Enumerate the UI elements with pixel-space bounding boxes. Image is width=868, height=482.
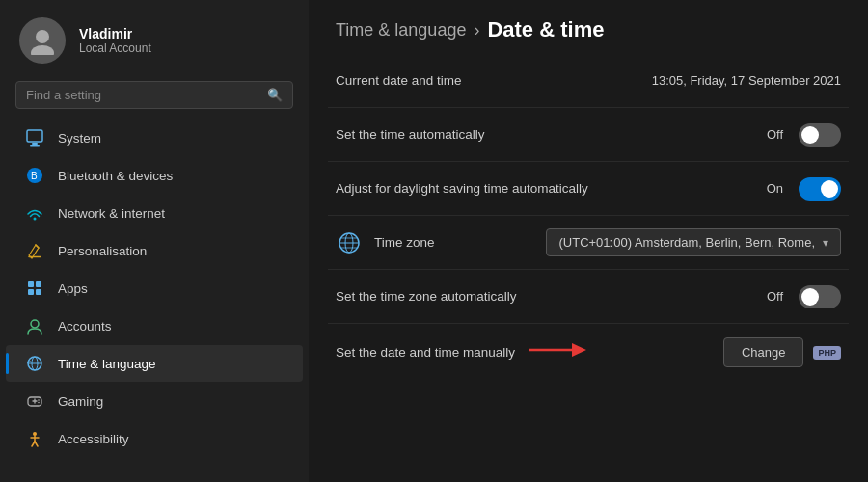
svg-text:B: B [31, 171, 38, 181]
php-badge: PHP [813, 346, 841, 360]
sidebar-item-network[interactable]: Network & internet [6, 195, 303, 231]
svg-rect-2 [27, 130, 42, 142]
svg-point-21 [38, 402, 40, 404]
set-time-auto-toggle-label: Off [767, 127, 783, 142]
set-time-auto-row: Set the time automatically Off [328, 108, 849, 162]
svg-point-13 [31, 320, 39, 328]
sidebar-item-time-language[interactable]: Time & language [6, 345, 303, 382]
timezone-icon [336, 229, 363, 256]
settings-content: Current date and time 13:05, Friday, 17 … [309, 54, 868, 482]
apps-icon [25, 279, 44, 298]
sidebar-item-label-personalisation: Personalisation [58, 244, 147, 258]
svg-line-26 [35, 442, 38, 446]
set-timezone-auto-toggle[interactable] [799, 285, 841, 308]
breadcrumb-parent: Time & language [336, 20, 466, 40]
sidebar-item-accounts[interactable]: Accounts [6, 308, 303, 344]
sidebar-item-accessibility[interactable]: Accessibility [6, 420, 303, 457]
change-button-group: Change PHP [723, 337, 841, 367]
set-timezone-auto-toggle-group: Off [767, 285, 841, 308]
svg-rect-4 [30, 145, 40, 147]
current-date-time-value: 13:05, Friday, 17 September 2021 [652, 73, 841, 88]
timezone-value: (UTC+01:00) Amsterdam, Berlin, Bern, Rom… [558, 235, 815, 250]
svg-rect-9 [28, 281, 34, 287]
sidebar-item-label-apps: Apps [58, 281, 88, 296]
breadcrumb-current: Date & time [487, 17, 604, 42]
search-input[interactable] [26, 88, 259, 102]
network-icon [25, 203, 44, 223]
chevron-down-icon: ▾ [823, 236, 828, 250]
timezone-label: Time zone [374, 235, 435, 250]
sidebar-item-bluetooth[interactable]: B Bluetooth & devices [6, 157, 303, 194]
timezone-dropdown[interactable]: (UTC+01:00) Amsterdam, Berlin, Bern, Rom… [546, 228, 841, 256]
set-time-auto-toggle-group: Off [767, 123, 841, 147]
system-icon [25, 128, 44, 147]
svg-rect-3 [32, 143, 38, 145]
user-section: Vladimir Local Account [0, 0, 309, 77]
timezone-row: Time zone (UTC+01:00) Amsterdam, Berlin,… [328, 216, 849, 270]
daylight-saving-toggle-group: On [767, 177, 841, 201]
set-time-auto-toggle[interactable] [799, 123, 841, 147]
breadcrumb-separator: › [474, 20, 479, 40]
sidebar-item-label-bluetooth: Bluetooth & devices [58, 169, 173, 183]
set-timezone-auto-row: Set the time zone automatically Off [328, 270, 849, 324]
toggle-knob-on [821, 180, 838, 198]
current-date-time-label: Current date and time [336, 73, 462, 88]
daylight-saving-toggle-label: On [767, 181, 783, 196]
current-date-time-row: Current date and time 13:05, Friday, 17 … [328, 54, 849, 108]
svg-point-1 [31, 45, 54, 55]
personalisation-icon [25, 241, 44, 260]
svg-marker-33 [572, 343, 586, 357]
manual-date-time-row: Set the date and time manually Change PH… [328, 324, 849, 381]
accounts-icon [25, 316, 44, 335]
accessibility-icon [25, 429, 44, 448]
user-name: Vladimir [79, 26, 151, 41]
arrow-right-icon [529, 339, 586, 366]
gaming-icon [25, 391, 44, 411]
svg-rect-12 [36, 289, 41, 295]
sidebar-item-label-network: Network & internet [58, 206, 165, 221]
daylight-saving-toggle[interactable] [799, 177, 841, 201]
set-time-auto-label: Set the time automatically [336, 127, 485, 142]
sidebar-item-label-system: System [58, 131, 101, 146]
sidebar-item-personalisation[interactable]: Personalisation [6, 232, 303, 269]
manual-date-time-left: Set the date and time manually [336, 339, 586, 366]
change-button[interactable]: Change [723, 337, 804, 367]
toggle-knob [801, 126, 819, 144]
nav-list: System B Bluetooth & devices Network & i… [0, 119, 309, 482]
breadcrumb: Time & language › Date & time [309, 0, 868, 54]
time-language-icon [25, 354, 44, 373]
daylight-saving-label: Adjust for daylight saving time automati… [336, 181, 588, 196]
user-info: Vladimir Local Account [79, 26, 151, 55]
sidebar-item-apps[interactable]: Apps [6, 270, 303, 307]
set-timezone-auto-toggle-label: Off [767, 289, 783, 304]
svg-point-7 [34, 218, 37, 221]
toggle-knob-tz [801, 288, 819, 306]
user-subtitle: Local Account [79, 41, 151, 55]
bluetooth-icon: B [25, 166, 44, 185]
daylight-saving-row: Adjust for daylight saving time automati… [328, 162, 849, 216]
svg-rect-11 [28, 289, 34, 295]
svg-line-25 [32, 442, 35, 446]
sidebar-item-label-accessibility: Accessibility [58, 432, 129, 446]
search-box[interactable]: 🔍 [15, 81, 293, 109]
main-content: Time & language › Date & time Current da… [309, 0, 868, 482]
search-icon: 🔍 [267, 88, 283, 102]
set-timezone-auto-label: Set the time zone automatically [336, 289, 517, 304]
manual-date-time-label: Set the date and time manually [336, 345, 515, 360]
sidebar-item-label-accounts: Accounts [58, 319, 112, 334]
sidebar-item-gaming[interactable]: Gaming [6, 383, 303, 419]
sidebar-item-label-gaming: Gaming [58, 394, 103, 409]
timezone-left: Time zone [336, 229, 435, 256]
sidebar-item-system[interactable]: System [6, 120, 303, 156]
sidebar: Vladimir Local Account 🔍 System B [0, 0, 309, 482]
svg-point-20 [38, 399, 40, 401]
svg-rect-10 [36, 281, 41, 287]
sidebar-item-label-time-language: Time & language [58, 357, 156, 371]
svg-point-0 [36, 30, 49, 43]
avatar [19, 17, 66, 64]
